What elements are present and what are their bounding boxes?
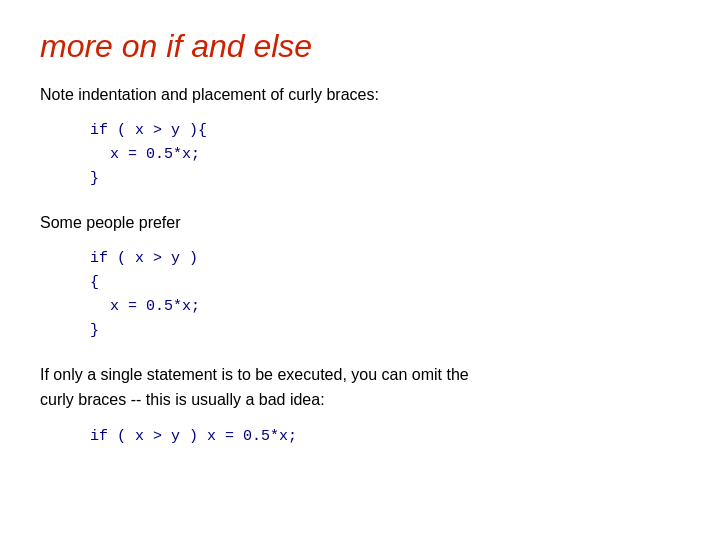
section1-intro: Note indentation and placement of curly …: [40, 83, 680, 107]
code-line-1: if ( x > y ){: [90, 119, 680, 143]
page-title: more on if and else: [40, 28, 680, 65]
section3-line2: curly braces -- this is usually a bad id…: [40, 391, 325, 408]
section-1: Note indentation and placement of curly …: [40, 83, 680, 191]
code-line-3: x = 0.5*x;: [90, 295, 680, 319]
code-line-1: if ( x > y ) x = 0.5*x;: [90, 425, 680, 449]
section3-line1: If only a single statement is to be exec…: [40, 366, 469, 383]
section-2: Some people prefer if ( x > y ) { x = 0.…: [40, 211, 680, 343]
section3-code: if ( x > y ) x = 0.5*x;: [90, 425, 680, 449]
code-line-1: if ( x > y ): [90, 247, 680, 271]
section1-code: if ( x > y ){ x = 0.5*x; }: [90, 119, 680, 191]
code-line-3: }: [90, 167, 680, 191]
section3-intro: If only a single statement is to be exec…: [40, 363, 680, 413]
code-line-2: x = 0.5*x;: [90, 143, 680, 167]
section2-intro: Some people prefer: [40, 211, 680, 235]
section2-code: if ( x > y ) { x = 0.5*x; }: [90, 247, 680, 343]
code-line-4: }: [90, 319, 680, 343]
section-3: If only a single statement is to be exec…: [40, 363, 680, 449]
code-line-2: {: [90, 271, 680, 295]
